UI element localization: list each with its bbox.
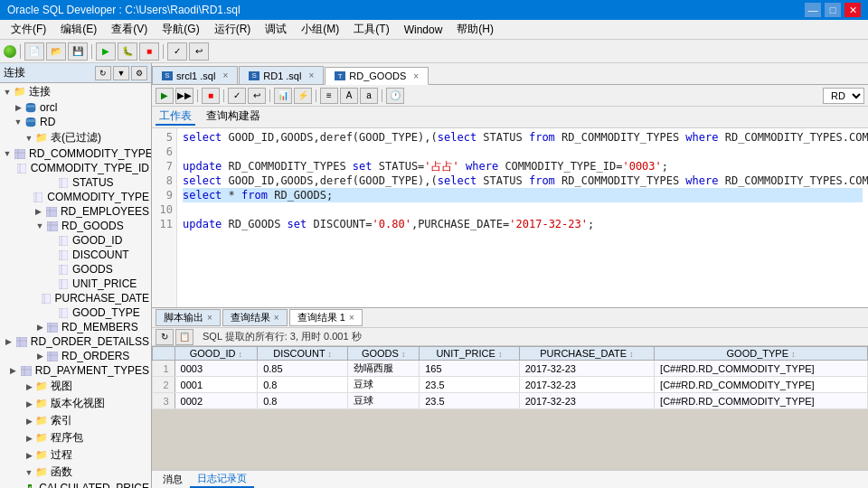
tree-node-tbl_members[interactable]: ▶RD_MEMBERS xyxy=(0,320,151,334)
explain-button[interactable]: ⚡ xyxy=(294,88,312,104)
history-button[interactable]: 🕐 xyxy=(386,88,404,104)
expand-icon[interactable] xyxy=(12,483,23,488)
refresh-results-button[interactable]: ↻ xyxy=(156,329,174,345)
expand-icon[interactable]: ▶ xyxy=(34,322,45,333)
maximize-button[interactable]: □ xyxy=(825,3,841,17)
tree-node-grp_procs2[interactable]: ▶📁过程 xyxy=(0,446,151,464)
format-button[interactable]: ≡ xyxy=(320,88,338,104)
tree-node-col_commodity_type[interactable]: COMMODITY_TYPE xyxy=(0,190,151,204)
result-tab-close[interactable]: × xyxy=(274,313,279,323)
menu-item-e[interactable]: 编辑(E) xyxy=(53,20,104,39)
expand-icon[interactable] xyxy=(45,249,56,260)
expand-icon[interactable]: ▼ xyxy=(24,133,34,144)
expand-icon[interactable]: ▶ xyxy=(8,365,19,376)
save-button[interactable]: 💾 xyxy=(68,42,88,61)
stop-button[interactable]: ■ xyxy=(139,42,159,61)
menu-item-r[interactable]: 运行(R) xyxy=(207,20,259,39)
worksheet-tab[interactable]: 工作表 xyxy=(156,108,195,126)
menu-item-m[interactable]: 小组(M) xyxy=(294,20,346,39)
close-button[interactable]: ✕ xyxy=(844,3,861,17)
tab-close-button[interactable]: × xyxy=(222,70,228,80)
expand-icon[interactable] xyxy=(4,163,14,174)
uppercase-button[interactable]: A xyxy=(340,88,358,104)
menu-item-v[interactable]: 查看(V) xyxy=(104,20,155,39)
tree-node-grp_views[interactable]: ▶📁视图 xyxy=(0,378,151,395)
expand-icon[interactable] xyxy=(45,264,56,275)
debug-button[interactable]: 🐛 xyxy=(118,42,137,61)
rollback-button[interactable]: ↩ xyxy=(189,42,209,61)
expand-icon[interactable]: ▶ xyxy=(34,351,45,361)
tab-close-button[interactable]: × xyxy=(308,70,314,80)
code-line[interactable]: select GOOD_ID,GOODS,deref(GOOD_TYPE),(s… xyxy=(183,174,863,188)
tree-node-tbl_goods[interactable]: ▼RD_GOODS xyxy=(0,219,151,233)
expand-icon[interactable] xyxy=(45,278,56,289)
code-line[interactable]: update RD_GOODS set DISCOUNT='0.80',PURC… xyxy=(183,217,863,231)
menu-item-t[interactable]: 工具(T) xyxy=(346,20,396,39)
code-line[interactable]: update RD_COMMODITY_TYPES set STATUS='占占… xyxy=(183,159,863,174)
tree-node-func_calc[interactable]: fCALCULATED_PRICE xyxy=(0,481,151,488)
document-tab-tab_rd1[interactable]: SRD1 .sql× xyxy=(239,66,324,84)
tree-node-tbl_payment_types[interactable]: ▶RD_PAYMENT_TYPES xyxy=(0,363,151,378)
run-sql-button[interactable]: ▶ xyxy=(156,88,174,104)
expand-icon[interactable] xyxy=(28,293,39,304)
tree-node-tbl_orders[interactable]: ▶RD_ORDERS xyxy=(0,349,151,363)
expand-icon[interactable] xyxy=(45,235,56,246)
expand-icon[interactable]: ▶ xyxy=(24,399,34,409)
commit-sql-button[interactable]: ✓ xyxy=(228,88,246,104)
expand-icon[interactable]: ▼ xyxy=(34,221,45,231)
tree-node-col_good_type[interactable]: GOOD_TYPE xyxy=(0,305,151,320)
commit-button[interactable]: ✓ xyxy=(167,42,187,61)
autotrace-button[interactable]: 📊 xyxy=(274,88,292,104)
expand-icon[interactable]: ▼ xyxy=(13,117,24,127)
tree-node-col_status[interactable]: STATUS xyxy=(0,175,151,190)
tree-node-tbl_employees[interactable]: ▶RD_EMPLOYEES xyxy=(0,204,151,219)
expand-icon[interactable]: ▼ xyxy=(2,148,13,159)
expand-icon[interactable]: ▶ xyxy=(24,381,34,392)
cancel-sql-button[interactable]: ■ xyxy=(202,88,220,104)
tree-node-col_good_id[interactable]: GOOD_ID xyxy=(0,233,151,248)
tree-node-col_discount[interactable]: DISCOUNT xyxy=(0,248,151,262)
msg-tab-消息[interactable]: 消息 xyxy=(156,472,190,487)
tree-node-grp_funcs[interactable]: ▼📁函数 xyxy=(0,464,151,481)
settings-connections-button[interactable]: ⚙ xyxy=(131,66,147,80)
menu-item-f[interactable]: 文件(F) xyxy=(4,20,53,39)
expand-icon[interactable]: ▶ xyxy=(24,416,34,427)
document-tab-tab_goods[interactable]: TRD_GOODS× xyxy=(325,67,429,85)
menu-item-[interactable]: 调试 xyxy=(258,20,294,39)
code-line[interactable]: select GOOD_ID,GOODS,deref(GOOD_TYPE),(s… xyxy=(183,130,863,145)
tree-node-tbl_commodity_types[interactable]: ▼RD_COMMODITY_TYPES xyxy=(0,146,151,161)
expand-icon[interactable] xyxy=(20,192,31,202)
tree-node-col_unit_price[interactable]: UNIT_PRICE xyxy=(0,277,151,291)
result-tab-脚本输出[interactable]: 脚本输出 × xyxy=(156,309,221,326)
tree-node-grp_mvviews[interactable]: ▶📁版本化视图 xyxy=(0,395,151,412)
tree-node-tbl_order_details[interactable]: ▶RD_ORDER_DETAILSS xyxy=(0,334,151,349)
code-line[interactable]: select * from RD_GOODS; xyxy=(183,188,863,202)
expand-icon[interactable] xyxy=(45,307,56,318)
msg-tab-日志记录页[interactable]: 日志记录页 xyxy=(190,471,254,488)
lowercase-button[interactable]: a xyxy=(360,88,378,104)
menu-item-h[interactable]: 帮助(H) xyxy=(449,20,501,39)
tree-node-grp_index[interactable]: ▶📁索引 xyxy=(0,412,151,429)
filter-connections-button[interactable]: ▼ xyxy=(113,66,129,80)
menu-item-window[interactable]: Window xyxy=(397,22,450,38)
tab-close-button[interactable]: × xyxy=(413,71,419,81)
tree-node-col_goods[interactable]: GOODS xyxy=(0,262,151,277)
tree-node-conn_orcl[interactable]: ▶orcl xyxy=(0,100,151,115)
code-line[interactable] xyxy=(183,202,863,217)
tree-node-col_commodity_type_id[interactable]: COMMODITY_TYPE_ID xyxy=(0,161,151,175)
expand-icon[interactable]: ▶ xyxy=(24,450,34,461)
copy-results-button[interactable]: 📋 xyxy=(175,329,193,345)
code-line[interactable] xyxy=(183,145,863,159)
expand-icon[interactable]: ▶ xyxy=(4,336,14,347)
connection-selector[interactable]: RD xyxy=(823,88,864,104)
result-tab-查询结果[interactable]: 查询结果 × xyxy=(222,309,288,326)
code-content[interactable]: select GOOD_ID,GOODS,deref(GOOD_TYPE),(s… xyxy=(177,128,868,307)
tree-node-grp_procs[interactable]: ▶📁程序包 xyxy=(0,429,151,446)
tree-node-grp_tables[interactable]: ▼📁表(已过滤) xyxy=(0,129,151,146)
tree-node-conn_rd[interactable]: ▼RD xyxy=(0,115,151,129)
run-button[interactable]: ▶ xyxy=(96,42,116,61)
refresh-connections-button[interactable]: ↻ xyxy=(95,66,111,80)
expand-icon[interactable]: ▶ xyxy=(13,102,24,113)
expand-icon[interactable]: ▼ xyxy=(2,87,13,98)
expand-icon[interactable]: ▶ xyxy=(33,206,44,217)
